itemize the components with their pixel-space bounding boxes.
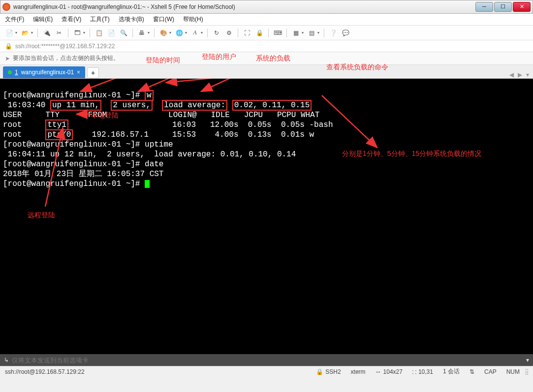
menu-tools[interactable]: 工具(T) — [90, 15, 109, 24]
menu-edit[interactable]: 编辑(E) — [33, 15, 53, 24]
hint-arrow-icon[interactable]: ➤ — [5, 55, 10, 62]
terminal-line: [root@wangruifenglinux-01 ~]# date — [3, 160, 163, 169]
tab-status-icon — [8, 70, 12, 74]
print-button[interactable]: 🖶 — [136, 28, 147, 38]
status-sessions: 1 会话 — [443, 367, 460, 376]
window-title: wangruifenglinux-01 - root@wangruifengli… — [13, 3, 475, 10]
toolbar: 📄▾ 📂▾ 🔌 ✂ 🗔▾ 📋 📄 🔍 🖶▾ 🎨▾ 🌐▾ A▾ ↻ ⚙ ⛶ 🔒 ⌨… — [0, 26, 533, 40]
titlebar: wangruifenglinux-01 - root@wangruifengli… — [0, 0, 533, 14]
annotation-remote-login: 远程登陆 — [28, 210, 55, 220]
menu-help[interactable]: 帮助(H) — [183, 15, 203, 24]
send-bar: ↳ ▾ — [0, 354, 533, 366]
copy-button[interactable]: 📋 — [94, 28, 104, 38]
status-term: xterm — [351, 368, 366, 375]
hint-text: 要添加当前会话，点击左侧的箭头按钮。 — [13, 54, 119, 62]
menubar: 文件(F) 编辑(E) 查看(V) 工具(T) 选项卡(B) 窗口(W) 帮助(… — [0, 14, 533, 26]
status-cap: CAP — [484, 368, 497, 375]
close-button[interactable]: ✕ — [513, 2, 531, 12]
send-input[interactable] — [12, 357, 523, 364]
statusbar: ssh://root@192.168.57.129:22 🔒 SSH2 xter… — [0, 366, 533, 377]
menu-file[interactable]: 文件(F) — [5, 15, 24, 24]
terminal-line: [root@wangruifenglinux-01 ~]# uptime — [3, 140, 173, 149]
disconnect-button[interactable]: ✂ — [54, 28, 64, 38]
minimize-button[interactable]: ─ — [475, 2, 493, 12]
svg-line-4 — [166, 79, 332, 83]
status-size: ↔ 104x27 — [376, 368, 403, 375]
address-text[interactable]: ssh://root:********@192.168.57.129:22 — [15, 43, 115, 50]
keyboard-button[interactable]: ⌨ — [272, 28, 283, 38]
svg-line-3 — [201, 79, 272, 91]
tab-list-icon[interactable]: ▾ — [526, 71, 529, 78]
cursor — [145, 180, 150, 188]
color-button[interactable]: 🎨 — [158, 28, 169, 38]
font-button[interactable]: A — [189, 28, 200, 38]
find-button[interactable]: 🔍 — [118, 28, 129, 38]
tab-nav: ◀ ▶ ▾ — [509, 71, 529, 78]
new-tab-button[interactable]: + — [87, 67, 99, 78]
tab-close-icon[interactable]: × — [77, 69, 80, 76]
resize-grip-icon[interactable]: ⣿ — [525, 368, 528, 375]
globe-button[interactable]: 🌐 — [174, 28, 185, 38]
tabbar: 1 wangruifenglinux-01 × + ◀ ▶ ▾ — [0, 65, 533, 79]
tab-session-1[interactable]: 1 wangruifenglinux-01 × — [3, 66, 85, 78]
properties-button[interactable]: 🗔 — [72, 28, 83, 38]
fullscreen-button[interactable]: ⛶ — [242, 28, 252, 38]
status-protocol: 🔒 SSH2 — [316, 368, 341, 375]
status-updown-icon[interactable]: ⇅ — [470, 368, 474, 375]
terminal-line: 16:03:40 up 11 min, 2 users, load averag… — [3, 100, 312, 111]
addressbar: 🔒 ssh://root:********@192.168.57.129:22 — [0, 40, 533, 52]
terminal[interactable]: [root@wangruifenglinux-01 ~]# w 16:03:40… — [0, 79, 533, 354]
menu-tabs[interactable]: 选项卡(B) — [119, 15, 144, 24]
terminal-line: 2018年 01月 23日 星期二 16:05:37 CST — [3, 170, 163, 179]
reconnect-button[interactable]: 🔌 — [41, 28, 52, 38]
terminal-line: root tty1 16:03 12.00s 0.05s 0.05s -bash — [3, 120, 333, 130]
send-dropdown-icon[interactable]: ▾ — [526, 357, 529, 363]
menu-window[interactable]: 窗口(W) — [153, 15, 174, 24]
app-icon — [2, 3, 10, 11]
new-session-button[interactable]: 📄 — [4, 28, 15, 38]
status-ssh-url: ssh://root@192.168.57.129:22 — [5, 368, 85, 375]
terminal-line: 16:04:11 up 12 min, 2 users, load averag… — [3, 150, 296, 159]
refresh-button[interactable]: ↻ — [211, 28, 222, 38]
open-button[interactable]: 📂 — [20, 28, 31, 38]
script-button[interactable]: ⚙ — [223, 28, 234, 38]
status-pos: ⸬ 10,31 — [412, 368, 433, 375]
terminal-line: root pts/0 192.168.57.1 15:53 4.00s 0.13… — [3, 129, 314, 140]
terminal-line: [root@wangruifenglinux-01 ~]# — [3, 180, 150, 188]
terminal-line: USER TTY FROM LOGIN@ IDLE JCPU PCPU WHAT — [3, 111, 319, 120]
terminal-line: [root@wangruifenglinux-01 ~]# w — [3, 90, 154, 101]
window-controls: ─ ☐ ✕ — [475, 2, 531, 12]
hint-bar: ➤ 要添加当前会话，点击左侧的箭头按钮。 — [0, 52, 533, 65]
annotation-load-explain: 分别是1分钟、5分钟、15分钟系统负载的情况 — [342, 149, 481, 158]
tab-index: 1 — [15, 69, 18, 76]
annotation-arrows — [0, 79, 533, 354]
tab-label: wangruifenglinux-01 — [21, 69, 74, 76]
cascade-button[interactable]: ▤ — [306, 28, 317, 38]
tile-button[interactable]: ▦ — [290, 28, 301, 38]
lock-icon: 🔒 — [5, 43, 12, 50]
send-icon[interactable]: ↳ — [4, 357, 9, 363]
about-button[interactable]: 💬 — [340, 28, 351, 38]
lock-button[interactable]: 🔒 — [254, 28, 265, 38]
help-button[interactable]: ❔ — [328, 28, 339, 38]
status-num: NUM — [506, 368, 520, 375]
tab-next-icon[interactable]: ▶ — [518, 71, 522, 78]
menu-view[interactable]: 查看(V) — [62, 15, 81, 24]
tab-prev-icon[interactable]: ◀ — [509, 71, 514, 78]
maximize-button[interactable]: ☐ — [494, 2, 512, 12]
paste-button[interactable]: 📄 — [106, 28, 117, 38]
